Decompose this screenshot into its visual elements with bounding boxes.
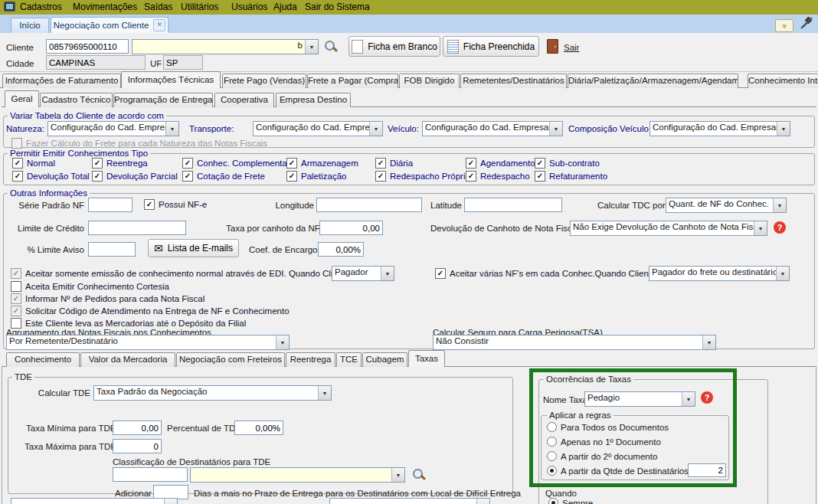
dropdown-arrow-icon[interactable]: ▼ — [682, 392, 695, 406]
dropdown-arrow-icon[interactable]: ▼ — [549, 122, 562, 136]
radio-a-partir-segundo[interactable]: A partir do 2º documento — [547, 451, 657, 461]
checkbox-paletizacao[interactable]: ✓Paletização — [286, 171, 346, 182]
subtab-cadastro-tecnico[interactable]: Cadastro Técnico — [40, 93, 113, 107]
checkbox-cotacao-frete[interactable]: ✓Cotação de Frete — [182, 171, 265, 182]
tab-informacoes-tecnicas[interactable]: Informações Técnicas — [121, 71, 221, 88]
lowertab-reentrega[interactable]: Reentrega — [286, 352, 335, 367]
checkbox-cortesia[interactable]: Aceita Emitir Conhecimento Cortesia — [11, 281, 169, 292]
cliente-name-combo[interactable]: b ▼ — [132, 39, 319, 54]
lowertab-tce[interactable]: TCE — [336, 352, 362, 367]
radio-apenas-primeiro[interactable]: Apenas no 1º Documento — [547, 437, 661, 447]
menu-ajuda[interactable]: Ajuda — [273, 2, 297, 12]
dropdown-arrow-icon[interactable]: ▼ — [776, 267, 789, 280]
clipped-bottom-combo-left[interactable]: ▼ — [11, 498, 178, 504]
checkbox-diaria[interactable]: ✓Diária — [375, 158, 413, 169]
lista-emails-button[interactable]: ✉ Lista de E-mails — [148, 239, 239, 257]
ficha-preenchida-button[interactable]: Ficha Preenchida — [443, 36, 539, 57]
dropdown-arrow-icon[interactable]: ▼ — [276, 335, 289, 349]
tab-informacoes-faturamento[interactable]: Informações de Faturamento — [2, 74, 121, 88]
checkbox-devolucao-parcial[interactable]: ✓Devolução Parcial — [92, 171, 178, 182]
dropdown-arrow-icon[interactable]: ▼ — [369, 122, 382, 136]
tab-frete-pago[interactable]: Frete Pago (Vendas) — [222, 74, 306, 88]
tab-frete-a-pagar[interactable]: Frete a Pagar (Compras) — [307, 74, 398, 88]
checkbox-pedidos[interactable]: ✓Informar Nº de Pedidos para cada Nota F… — [11, 293, 204, 304]
latitude-input[interactable] — [464, 198, 562, 212]
veiculo-combo[interactable]: Configuração do Cad. Empresas▼ — [422, 121, 563, 136]
subtab-geral[interactable]: Geral — [5, 90, 39, 107]
checkbox-codigo-atendimento[interactable]: ✓Solicitar Código de Atendimento na Entr… — [11, 306, 290, 316]
dropdown-arrow-icon[interactable]: ▼ — [164, 499, 177, 504]
checkbox-redespacho-proprio[interactable]: ✓Redespacho Próprio — [375, 171, 470, 182]
tab-conhecimento-inter[interactable]: Conhecimento Inter — [748, 74, 818, 88]
cidade-input[interactable] — [46, 55, 146, 70]
calcular-tde-combo[interactable]: Taxa Padrão da Negociação▼ — [93, 385, 332, 401]
subtab-empresa-destino[interactable]: Empresa Destino — [276, 93, 351, 107]
radio-todos-documentos[interactable]: Para Todos os Documentos — [547, 422, 669, 432]
dropdown-arrow-icon[interactable]: ▼ — [165, 122, 178, 136]
checkbox-possui-nfe[interactable]: ✓Possui NF-e — [144, 199, 207, 210]
checkbox-reentrega[interactable]: ✓Reentrega — [92, 158, 148, 169]
dropdown-arrow-icon[interactable]: ▼ — [476, 499, 489, 504]
menu-movimentacoes[interactable]: Movimentações — [73, 2, 137, 12]
limite-credito-input[interactable] — [88, 221, 186, 235]
dropdown-arrow-icon[interactable]: ▼ — [391, 468, 404, 482]
classificacao-codigo-input[interactable] — [113, 467, 188, 482]
menu-utilitarios[interactable]: Utilitários — [181, 2, 218, 12]
varias-nf-combo[interactable]: Pagador do frete ou destinatário▼ — [649, 266, 790, 281]
checkbox-armazenagem[interactable]: ✓Armazenagem — [286, 158, 358, 169]
taxa-canhoto-input[interactable] — [319, 221, 383, 235]
checkbox-frete-natureza[interactable]: Fazer Cálculo do Frete para cada Naturez… — [11, 138, 267, 149]
checkbox-edi[interactable]: ✓Aceitar somente emissão de conhecimento… — [11, 268, 362, 279]
doc-tab-inicio[interactable]: Início — [11, 18, 49, 33]
lowertab-cubagem[interactable]: Cubagem — [362, 352, 407, 367]
checkbox-agendamento[interactable]: ✓Agendamento — [466, 158, 535, 169]
sair-button[interactable]: Sair — [564, 43, 579, 52]
menu-sair-sistema[interactable]: Sair do Sistema — [305, 2, 370, 12]
limite-aviso-input[interactable] — [88, 242, 136, 257]
coef-encargos-input[interactable] — [318, 242, 364, 257]
checkbox-deposito-filial[interactable]: Este Cliente leva as Mercadorias até o D… — [11, 318, 246, 329]
checkbox-sub-contrato[interactable]: ✓Sub-contrato — [535, 158, 600, 169]
tab-diaria-paletizacao[interactable]: Diária/Paletização/Armazenagem/Agendamen… — [568, 74, 738, 88]
dropdown-arrow-icon[interactable]: ▼ — [702, 335, 715, 349]
checkbox-normal[interactable]: ✓Normal — [12, 158, 55, 169]
checkbox-redespacho[interactable]: ✓Redespacho — [466, 171, 530, 182]
search-client-icon[interactable] — [324, 40, 337, 53]
composicao-veiculo-combo[interactable]: Configuração do Cad. Empresas▼ — [649, 121, 790, 136]
tab-list-chevron-button[interactable]: » — [775, 19, 793, 32]
exit-door-icon[interactable] — [547, 39, 558, 54]
lowertab-valor-mercadoria[interactable]: Valor da Mercadoria — [80, 352, 175, 367]
lowertab-taxas[interactable]: Taxas — [408, 350, 445, 367]
checkbox-conhec-complementar[interactable]: ✓Conhec. Complementar — [182, 158, 290, 169]
taxa-minima-tde-input[interactable] — [113, 421, 162, 435]
dropdown-arrow-icon[interactable]: ▼ — [305, 40, 318, 54]
menu-saidas[interactable]: Saídas — [144, 2, 172, 12]
checkbox-devolucao-total[interactable]: ✓Devolução Total — [12, 171, 90, 182]
dropdown-arrow-icon[interactable]: ▼ — [318, 386, 331, 400]
subtab-programacao-entrega[interactable]: Programação de Entrega — [113, 93, 213, 107]
transporte-combo[interactable]: Configuração do Cad. Empresas▼ — [253, 121, 383, 136]
dropdown-arrow-icon[interactable]: ▼ — [773, 198, 786, 212]
classificacao-destinatarios-combo[interactable]: ▼ — [190, 467, 405, 483]
radio-sempre[interactable]: Sempre — [548, 498, 593, 504]
radio-qtde-destinatarios[interactable]: A partir da Qtde de Destinatários: — [547, 466, 691, 476]
checkbox-refaturamento[interactable]: ✓Refaturamento — [535, 171, 607, 182]
percentual-tde-input[interactable] — [234, 421, 283, 435]
natureza-combo[interactable]: Configuração do Cad. Empresas▼ — [47, 121, 179, 136]
serie-padrao-nf-input[interactable] — [88, 198, 133, 212]
agrupamento-combo[interactable]: Por Remetente/Destinatário▼ — [6, 335, 290, 350]
dropdown-arrow-icon[interactable]: ▼ — [381, 267, 394, 280]
checkbox-varias-nf[interactable]: ✓Aceitar várias NF's em cada Conhec.Quan… — [435, 268, 669, 279]
seguro-carga-perigosa-combo[interactable]: Não Consistir▼ — [433, 335, 716, 350]
longitude-input[interactable] — [316, 198, 422, 212]
edi-pagador-combo[interactable]: Pagador▼ — [332, 266, 394, 281]
devolucao-canhoto-combo[interactable]: Não Exige Devolução de Canhoto de Nota F… — [570, 221, 767, 236]
nome-taxa-combo[interactable]: Pedagio▼ — [584, 391, 695, 407]
tab-remetentes-destinatarios[interactable]: Remetentes/Destinatários — [460, 74, 567, 88]
dropdown-arrow-icon[interactable]: ▼ — [777, 122, 790, 136]
close-tab-icon[interactable]: ✕ — [153, 19, 165, 31]
help-icon-taxa[interactable]: ? — [701, 391, 713, 404]
doc-tab-negociacao[interactable]: Negociação com Cliente ✕ — [51, 17, 169, 33]
tab-fob-dirigido[interactable]: FOB Dirigido — [399, 74, 460, 88]
clipped-bottom-combo-mid[interactable]: ▼ — [329, 498, 490, 504]
